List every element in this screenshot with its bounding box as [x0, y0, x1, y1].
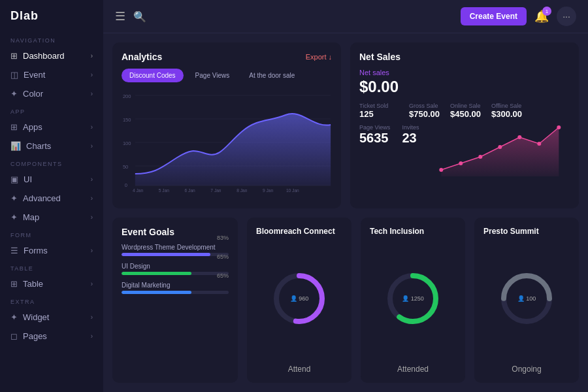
charts-icon: 📊 [10, 141, 21, 151]
svg-text:6 Jan: 6 Jan [185, 188, 195, 193]
goal-bar-bg [122, 291, 229, 294]
goal-bar-fill [122, 253, 210, 256]
svg-point-18 [459, 161, 463, 165]
sidebar-label-pages: Pages [23, 331, 47, 341]
main-panel: ☰ 🔍 Create Event 🔔 1 ··· Analytics Expor… [103, 0, 588, 392]
svg-text:5 Jan: 5 Jan [159, 188, 169, 193]
search-icon[interactable]: 🔍 [133, 10, 146, 23]
chevron-icon: › [91, 142, 93, 150]
sidebar-item-color[interactable]: ✦ Color › [0, 84, 103, 103]
svg-text:9 Jan: 9 Jan [263, 188, 273, 193]
sidebar-item-event[interactable]: ◫ Event › [0, 65, 103, 84]
sidebar-section-label: EXTRA [0, 293, 103, 308]
sidebar-section-label: COMPONENTS [0, 155, 103, 170]
svg-text:200: 200 [123, 93, 131, 99]
sidebar-label-apps: Apps [23, 122, 42, 132]
sidebar-label-table: Table [23, 279, 43, 289]
analytics-tab-0[interactable]: Discount Codes [122, 69, 184, 82]
notification-badge: 1 [542, 7, 551, 16]
sidebar-item-pages[interactable]: ◻ Pages › [0, 327, 103, 346]
sidebar-item-dashboard[interactable]: ⊞ Dashboard › [0, 46, 103, 65]
sidebar-label-forms: Forms [24, 246, 48, 255]
svg-point-20 [498, 145, 502, 149]
net-sales-card: Net Sales Net sales $0.00 Ticket Sold 12… [350, 42, 579, 208]
analytics-title: Analytics [122, 52, 162, 62]
sidebar-label-widget: Widget [23, 312, 49, 322]
sidebar-item-advanced[interactable]: ✦ Advanced › [0, 189, 103, 208]
presto-summit-card: Presto Summit 👤 100 Ongoing [474, 218, 579, 384]
chevron-icon: › [91, 195, 93, 202]
goal-bar-fill [122, 291, 191, 294]
sidebar-label-map: Map [23, 212, 39, 222]
analytics-tab-2[interactable]: At the door sale [241, 69, 302, 82]
goal-bar-bg [122, 272, 229, 275]
sidebar-section-label: APP [0, 103, 103, 118]
svg-text:0: 0 [125, 182, 128, 188]
tech-inclusion-card: Tech Inclusion 👤 1250 Attended [361, 218, 465, 384]
chevron-icon: › [91, 314, 93, 321]
chevron-icon: › [91, 90, 93, 97]
chevron-icon: › [91, 52, 93, 59]
sidebar-item-forms[interactable]: ☰ Forms › [0, 241, 103, 260]
table-icon: ⊞ [10, 279, 18, 289]
svg-text:7 Jan: 7 Jan [210, 188, 221, 193]
analytics-tab-1[interactable]: Page Views [188, 69, 238, 82]
event-goals-card: Event Goals Wordpress Theme Development … [112, 218, 238, 384]
svg-text:100: 100 [123, 140, 131, 146]
event-icon: ◫ [10, 70, 18, 80]
svg-point-23 [557, 125, 561, 129]
sidebar-section-label: NAVIGATION [0, 32, 103, 46]
logo: Dlab [0, 0, 103, 32]
goal-item-2: Digital Marketing 65% [122, 282, 229, 294]
sidebar: Dlab NAVIGATION ⊞ Dashboard › ◫ Event › … [0, 0, 103, 392]
create-event-button[interactable]: Create Event [461, 7, 527, 25]
sidebar-item-apps[interactable]: ⊞ Apps › [0, 118, 103, 137]
svg-text:10 Jan: 10 Jan [286, 188, 299, 193]
sidebar-section-label: FORM [0, 227, 103, 241]
topbar: ☰ 🔍 Create Event 🔔 1 ··· [103, 0, 588, 33]
sidebar-item-map[interactable]: ✦ Map › [0, 208, 103, 227]
svg-text:4 Jan: 4 Jan [133, 188, 143, 193]
analytics-tabs: Discount CodesPage ViewsAt the door sale [122, 69, 332, 82]
advanced-icon: ✦ [10, 193, 18, 203]
apps-icon: ⊞ [10, 122, 18, 132]
color-icon: ✦ [10, 89, 18, 99]
forms-icon: ☰ [10, 246, 18, 255]
goal-item-0: Wordpress Theme Development 83% [122, 244, 229, 256]
net-sales-label: Net sales [359, 69, 570, 76]
sidebar-label-charts: Charts [26, 141, 51, 151]
sidebar-item-ui[interactable]: ▣ UI › [0, 170, 103, 189]
sidebar-label-ui: UI [24, 174, 32, 184]
pages-icon: ◻ [10, 331, 18, 341]
export-button[interactable]: Export ↓ [306, 53, 332, 61]
chevron-icon: › [91, 280, 93, 287]
sidebar-label-color: Color [23, 89, 43, 99]
sidebar-label-event: Event [24, 70, 45, 80]
sidebar-item-widget[interactable]: ✦ Widget › [0, 308, 103, 327]
svg-point-17 [440, 168, 444, 172]
net-sales-value: $0.00 [359, 78, 570, 96]
sidebar-item-charts[interactable]: 📊 Charts › [0, 137, 103, 155]
svg-text:50: 50 [123, 164, 129, 170]
hamburger-icon[interactable]: ☰ [115, 9, 125, 24]
svg-point-19 [479, 155, 483, 159]
ui-icon: ▣ [10, 174, 18, 184]
chevron-icon: › [91, 123, 93, 131]
analytics-card: Analytics Export ↓ Discount CodesPage Vi… [112, 42, 341, 208]
chevron-icon: › [91, 214, 93, 221]
widget-icon: ✦ [10, 312, 18, 322]
map-icon: ✦ [10, 212, 18, 222]
chevron-icon: › [91, 176, 93, 183]
sidebar-item-table[interactable]: ⊞ Table › [0, 274, 103, 293]
chevron-icon: › [91, 71, 93, 78]
notification-bell[interactable]: 🔔 1 [534, 9, 549, 24]
goal-bar-fill [122, 272, 191, 275]
event-goals-title: Event Goals [122, 227, 174, 237]
sidebar-label-advanced: Advanced [23, 193, 61, 203]
svg-text:150: 150 [123, 117, 131, 123]
bloomreach-card: Bloomreach Connect 👤 960 Attend [247, 218, 351, 384]
svg-point-22 [538, 142, 542, 146]
net-sales-title: Net Sales [359, 52, 400, 62]
svg-point-21 [518, 135, 522, 139]
more-options-button[interactable]: ··· [557, 7, 576, 26]
